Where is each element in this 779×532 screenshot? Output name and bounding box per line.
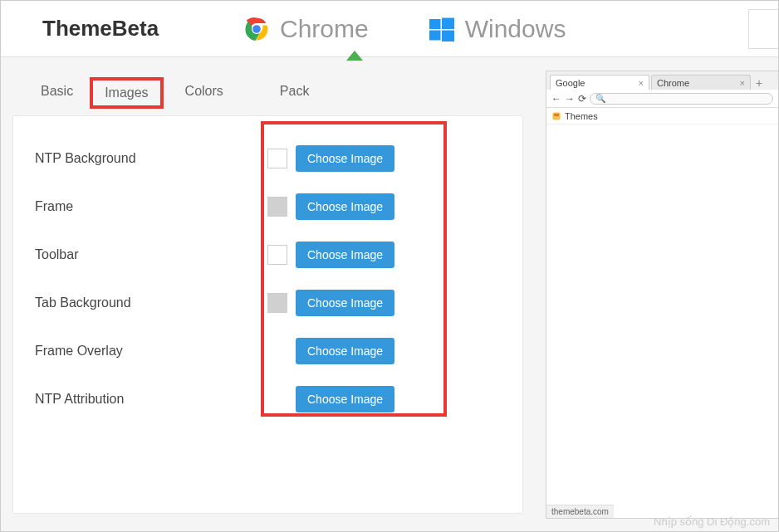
windows-icon (427, 14, 457, 44)
brand-title: ThemeBeta (42, 16, 242, 41)
bookmark-label[interactable]: Themes (565, 111, 598, 121)
editor-panel: Basic Images Colors Pack NTP Background … (12, 66, 523, 531)
nav-windows-label: Windows (465, 15, 566, 43)
bookmark-icon (551, 111, 561, 121)
choose-image-button[interactable]: Choose Image (296, 145, 394, 172)
choose-image-button[interactable]: Choose Image (296, 290, 394, 316)
row-ntp-background: NTP Background Choose Image (35, 134, 501, 183)
tab-pack[interactable]: Pack (267, 77, 323, 109)
back-icon[interactable]: ← (551, 93, 561, 105)
row-label: NTP Attribution (35, 392, 267, 407)
preview-status-bar: themebeta.com (546, 505, 614, 518)
row-label: Tab Background (35, 295, 267, 310)
choose-image-button[interactable]: Choose Image (296, 242, 394, 268)
row-label: NTP Background (35, 151, 267, 166)
svg-point-2 (252, 25, 261, 33)
svg-rect-4 (442, 17, 454, 29)
preview-content (546, 124, 778, 503)
swatch-toolbar[interactable] (267, 245, 287, 265)
tab-colors[interactable]: Colors (172, 77, 237, 109)
svg-rect-8 (554, 114, 559, 116)
row-tab-background: Tab Background Choose Image (35, 279, 501, 327)
row-label: Frame (35, 199, 267, 214)
swatch-tab-background[interactable] (267, 293, 287, 313)
choose-image-button[interactable]: Choose Image (296, 193, 394, 220)
address-bar[interactable]: 🔍 (590, 93, 773, 105)
forward-icon[interactable]: → (565, 93, 575, 105)
watermark: Nhịp sống Di Động.com (654, 515, 770, 528)
tab-basic[interactable]: Basic (27, 77, 86, 109)
swatch-frame[interactable] (267, 197, 287, 217)
row-ntp-attribution: NTP Attribution Choose Image (35, 375, 501, 423)
images-panel: NTP Background Choose Image Frame Choose… (12, 115, 523, 514)
svg-rect-3 (429, 19, 441, 29)
header: ThemeBeta Chrome Windows (1, 1, 778, 57)
choose-image-button[interactable]: Choose Image (296, 386, 394, 412)
preview-tab-title: Google (556, 78, 585, 88)
row-frame-overlay: Frame Overlay Choose Image (35, 327, 501, 375)
row-frame: Frame Choose Image (35, 183, 501, 231)
preview-tab-chrome[interactable]: Chrome × (651, 75, 751, 90)
choose-image-button[interactable]: Choose Image (296, 338, 394, 364)
row-toolbar: Toolbar Choose Image (35, 231, 501, 279)
close-icon[interactable]: × (740, 78, 745, 88)
row-label: Toolbar (35, 247, 267, 262)
swatch-empty (267, 389, 287, 409)
chrome-icon (242, 14, 272, 44)
new-tab-button[interactable]: + (752, 76, 766, 90)
nav-windows[interactable]: Windows (427, 14, 566, 44)
svg-rect-5 (429, 30, 441, 40)
row-label: Frame Overlay (35, 344, 267, 359)
main: Basic Images Colors Pack NTP Background … (1, 57, 778, 531)
preview-tab-google[interactable]: Google × (550, 75, 649, 90)
reload-icon[interactable]: ⟳ (578, 93, 586, 105)
browser-preview: Google × Chrome × + ← → ⟳ 🔍 Themes t (546, 71, 778, 519)
preview-tab-title: Chrome (657, 78, 689, 88)
nav-chrome-label: Chrome (280, 15, 369, 43)
editor-tabs: Basic Images Colors Pack (12, 66, 523, 115)
header-menu-box[interactable] (748, 9, 778, 49)
svg-rect-6 (442, 30, 454, 41)
preview-toolbar: ← → ⟳ 🔍 (546, 90, 778, 108)
preview-tabstrip: Google × Chrome × + (546, 71, 778, 90)
close-icon[interactable]: × (639, 78, 644, 88)
search-icon: 🔍 (595, 94, 605, 103)
tab-images[interactable]: Images (90, 77, 163, 109)
active-nav-caret (346, 51, 363, 61)
swatch-ntp-background[interactable] (267, 149, 287, 168)
swatch-empty (267, 341, 287, 361)
nav-chrome[interactable]: Chrome (242, 14, 369, 44)
bookmark-bar: Themes (546, 108, 778, 124)
